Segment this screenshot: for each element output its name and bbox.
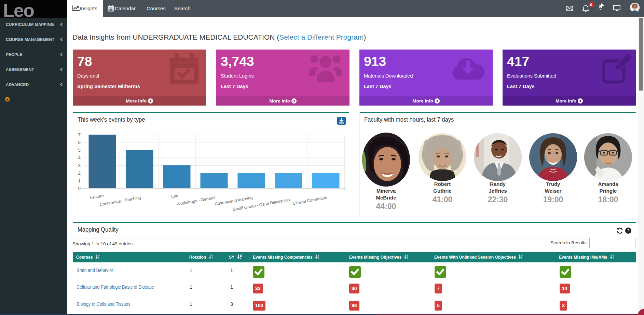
svg-text:0: 0 [78, 186, 81, 191]
svg-text:4: 4 [78, 155, 81, 160]
svg-text:?: ? [627, 228, 630, 233]
svg-text:Conference - Teaching: Conference - Teaching [99, 195, 141, 207]
svg-text:5: 5 [78, 148, 81, 153]
svg-text:3: 3 [78, 163, 81, 168]
svg-text:6: 6 [78, 140, 81, 145]
svg-text:Clinical Correlation: Clinical Correlation [292, 195, 327, 206]
svg-text:Lab: Lab [171, 193, 179, 199]
svg-text:7: 7 [78, 132, 81, 137]
svg-text:2: 2 [78, 170, 81, 176]
svg-text:Lecture: Lecture [90, 193, 104, 200]
svg-text:Workshops - General: Workshops - General [176, 195, 216, 207]
svg-text:1: 1 [78, 178, 81, 183]
